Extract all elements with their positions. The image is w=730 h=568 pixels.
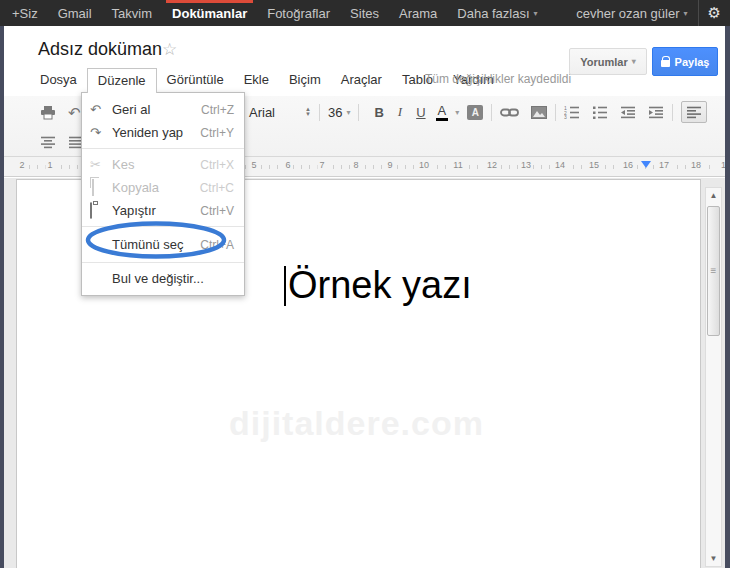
print-button[interactable] bbox=[40, 105, 56, 120]
align-center-icon bbox=[40, 136, 56, 149]
font-family-stepper[interactable]: ▲ ▼ bbox=[305, 107, 311, 117]
toolbar-row-1: ↶ bbox=[40, 103, 81, 121]
scroll-down-button[interactable]: ▼ bbox=[706, 551, 721, 566]
align-left-button[interactable] bbox=[681, 101, 707, 123]
stepper-down-icon: ▼ bbox=[305, 112, 311, 117]
nav-more-label: Daha fazlası bbox=[457, 6, 529, 21]
watermark: dijitaldere.com bbox=[229, 404, 484, 443]
ruler-number: 7 bbox=[317, 160, 326, 170]
numbered-list-button[interactable]: 123 bbox=[564, 106, 580, 119]
ruler-number: 17 bbox=[657, 160, 671, 170]
google-topbar: +Siz Gmail Takvim Dokümanlar Fotoğraflar… bbox=[0, 0, 730, 26]
chevron-down-icon: ▾ bbox=[534, 9, 538, 18]
comments-button[interactable]: Yorumlar ▾ bbox=[569, 48, 647, 75]
italic-button[interactable]: I bbox=[391, 104, 409, 120]
scissors-icon: ✂ bbox=[90, 157, 112, 172]
menu-item-label: Yeniden yap bbox=[112, 125, 200, 140]
numbered-list-icon: 123 bbox=[564, 106, 580, 119]
document-text[interactable]: Örnek yazı bbox=[288, 264, 472, 307]
outdent-button[interactable] bbox=[620, 106, 636, 119]
image-icon bbox=[531, 106, 547, 119]
menu-goruntule[interactable]: Görüntüle bbox=[157, 68, 234, 92]
redo-icon: ↷ bbox=[90, 125, 112, 140]
menu-item-shortcut: Ctrl+Y bbox=[200, 126, 234, 140]
menu-item-tumunu-sec[interactable]: Tümünü seç Ctrl+A bbox=[82, 231, 244, 258]
text-color-button[interactable]: A bbox=[436, 103, 449, 121]
nav-takvim[interactable]: Takvim bbox=[102, 0, 162, 26]
font-family-select[interactable]: Arial bbox=[249, 105, 301, 120]
menu-bicim[interactable]: Biçim bbox=[279, 68, 331, 92]
share-button[interactable]: Paylaş bbox=[652, 47, 718, 76]
chevron-down-icon: ▾ bbox=[346, 108, 350, 117]
menu-item-label: Tümünü seç bbox=[112, 237, 200, 252]
document-header: Adsız doküman ☆ Dosya Düzenle Görüntüle … bbox=[4, 26, 725, 96]
account-name: cevher ozan güler bbox=[576, 6, 679, 21]
vertical-scrollbar[interactable]: ▲ ≡ ▼ bbox=[705, 187, 722, 567]
account-menu[interactable]: cevher ozan güler ▾ bbox=[566, 0, 697, 26]
nav-sites[interactable]: Sites bbox=[340, 0, 389, 26]
nav-arama[interactable]: Arama bbox=[389, 0, 447, 26]
gear-icon: ⚙ bbox=[708, 4, 721, 22]
bulleted-list-icon bbox=[592, 106, 608, 119]
bold-button[interactable]: B bbox=[367, 105, 390, 120]
document-title[interactable]: Adsız doküman bbox=[38, 39, 162, 60]
nav-dokumanlar[interactable]: Dokümanlar bbox=[162, 0, 257, 26]
menu-item-shortcut: Ctrl+A bbox=[200, 238, 234, 252]
menu-item-shortcut: Ctrl+Z bbox=[201, 103, 234, 117]
align-center-button[interactable] bbox=[40, 136, 56, 149]
menu-separator bbox=[82, 148, 244, 149]
comments-label: Yorumlar bbox=[580, 56, 627, 68]
menu-item-bul-ve-degistir[interactable]: Bul ve değiştir... bbox=[82, 267, 244, 290]
chevron-down-icon: ▾ bbox=[632, 57, 636, 66]
indent-button[interactable] bbox=[648, 106, 664, 119]
menu-item-yeniden-yap[interactable]: ↷ Yeniden yap Ctrl+Y bbox=[82, 121, 244, 144]
underline-button[interactable]: U bbox=[409, 105, 432, 120]
undo-icon: ↶ bbox=[90, 102, 112, 117]
indent-icon bbox=[648, 106, 664, 119]
menu-item-yapistir[interactable]: Yapıştır Ctrl+V bbox=[82, 199, 244, 222]
save-status: Tüm değişiklikler kaydedildi bbox=[425, 72, 571, 86]
menu-item-shortcut: Ctrl+V bbox=[200, 204, 234, 218]
toolbar-divider bbox=[672, 104, 673, 121]
scroll-up-button[interactable]: ▲ bbox=[706, 188, 721, 203]
bulleted-list-button[interactable] bbox=[592, 106, 608, 119]
chevron-down-icon: ▾ bbox=[684, 9, 688, 18]
toolbar-divider bbox=[491, 104, 492, 121]
menu-item-label: Bul ve değiştir... bbox=[112, 271, 234, 286]
nav-fotograflar[interactable]: Fotoğraflar bbox=[257, 0, 340, 26]
menu-ekle[interactable]: Ekle bbox=[234, 68, 279, 92]
toolbar-divider bbox=[555, 104, 556, 121]
menu-dosya[interactable]: Dosya bbox=[30, 68, 87, 92]
ruler-number: 13 bbox=[519, 160, 533, 170]
edit-menu-dropdown: ↶ Geri al Ctrl+Z ↷ Yeniden yap Ctrl+Y ✂ … bbox=[81, 92, 245, 296]
highlight-color-button[interactable]: A bbox=[467, 105, 483, 120]
toolbar-divider bbox=[319, 104, 320, 121]
window-edge-left bbox=[0, 26, 4, 568]
ruler-number: 9 bbox=[385, 160, 394, 170]
menu-araclar[interactable]: Araçlar bbox=[331, 68, 392, 92]
star-icon[interactable]: ☆ bbox=[162, 39, 177, 60]
menu-item-kopyala: Kopyala Ctrl+C bbox=[82, 176, 244, 199]
nav-gmail[interactable]: Gmail bbox=[48, 0, 102, 26]
ruler-number: 10 bbox=[417, 160, 431, 170]
insert-link-button[interactable] bbox=[500, 107, 519, 118]
menu-separator bbox=[82, 226, 244, 227]
menu-item-shortcut: Ctrl+X bbox=[200, 158, 234, 172]
ruler-number: 18 bbox=[689, 160, 703, 170]
lock-icon bbox=[661, 60, 670, 67]
nav-more[interactable]: Daha fazlası ▾ bbox=[447, 0, 547, 26]
ruler-number: 15 bbox=[587, 160, 601, 170]
font-size-select[interactable]: 36 bbox=[328, 105, 342, 120]
svg-text:3: 3 bbox=[564, 114, 567, 119]
down-arrow-icon: ▼ bbox=[710, 554, 718, 563]
indent-marker-icon[interactable] bbox=[641, 161, 651, 168]
scrollbar-thumb[interactable]: ≡ bbox=[707, 206, 720, 336]
menu-duzenle[interactable]: Düzenle bbox=[87, 68, 157, 93]
nav-siz[interactable]: +Siz bbox=[2, 0, 48, 26]
undo-button[interactable]: ↶ bbox=[68, 105, 81, 120]
menu-item-label: Kes bbox=[112, 157, 200, 172]
insert-image-button[interactable] bbox=[531, 106, 547, 119]
menu-item-geri-al[interactable]: ↶ Geri al Ctrl+Z bbox=[82, 98, 244, 121]
settings-gear-button[interactable]: ⚙ bbox=[699, 0, 730, 26]
toolbar-row-2 bbox=[40, 133, 84, 151]
